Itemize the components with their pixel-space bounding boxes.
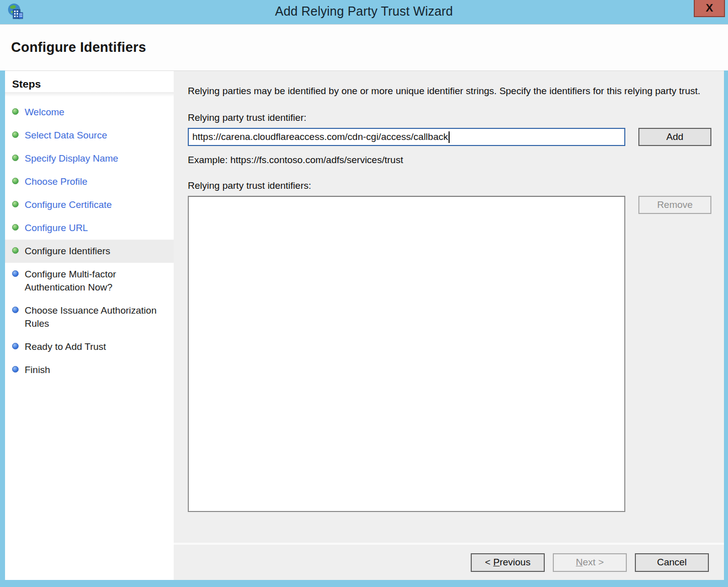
intro-text: Relying parties may be identified by one… (188, 84, 706, 98)
step-pending-icon (12, 307, 19, 313)
identifier-input[interactable]: https://carena.cloudflareaccess.com/cdn-… (188, 128, 625, 146)
step-done-icon (12, 108, 19, 115)
add-button[interactable]: Add (638, 128, 711, 146)
step-pending-icon (12, 343, 19, 349)
step-pending-icon (12, 270, 19, 277)
steps-separator (5, 92, 174, 97)
content-row: Steps Welcome Select Data Source Specify… (5, 70, 724, 580)
step-done-icon (12, 178, 19, 184)
identifier-input-value: https://carena.cloudflareaccess.com/cdn-… (192, 131, 448, 142)
close-button[interactable]: X (694, 0, 725, 17)
step-done-icon (12, 224, 19, 231)
step-done-icon (12, 131, 19, 138)
step-ready-to-add-trust[interactable]: Ready to Add Trust (5, 335, 174, 358)
steps-heading: Steps (5, 76, 174, 92)
step-done-icon (12, 155, 19, 161)
window-title: Add Relying Party Trust Wizard (0, 4, 728, 19)
step-finish[interactable]: Finish (5, 358, 174, 382)
header-band: Configure Identifiers (0, 24, 728, 70)
step-configure-certificate[interactable]: Configure Certificate (5, 193, 174, 216)
identifiers-list-label: Relying party trust identifiers: (188, 180, 711, 191)
step-choose-issuance-rules[interactable]: Choose Issuance Authorization Rules (5, 299, 174, 335)
step-configure-identifiers[interactable]: Configure Identifiers (5, 240, 174, 263)
previous-button[interactable]: < Previous (471, 553, 545, 572)
titlebar: Add Relying Party Trust Wizard X (0, 0, 728, 24)
next-button[interactable]: Next > (553, 553, 627, 572)
example-text: Example: https://fs.contoso.com/adfs/ser… (188, 155, 711, 166)
wizard-window: Add Relying Party Trust Wizard X Configu… (0, 0, 728, 587)
step-configure-url[interactable]: Configure URL (5, 216, 174, 240)
window-bottom-border (0, 580, 728, 587)
steps-sidebar: Steps Welcome Select Data Source Specify… (5, 71, 174, 580)
identifiers-listbox[interactable] (188, 196, 625, 512)
step-welcome[interactable]: Welcome (5, 101, 174, 124)
step-specify-display-name[interactable]: Specify Display Name (5, 147, 174, 170)
step-current-icon (12, 247, 19, 254)
step-done-icon (12, 201, 19, 207)
close-icon: X (706, 2, 713, 14)
footer: < Previous Next > Cancel (174, 545, 724, 580)
page-title: Configure Identifiers (11, 40, 146, 55)
steps-list: Welcome Select Data Source Specify Displ… (5, 101, 174, 382)
step-pending-icon (12, 366, 19, 373)
identifier-label: Relying party trust identifier: (188, 112, 711, 123)
remove-button[interactable]: Remove (638, 196, 711, 214)
cancel-button[interactable]: Cancel (635, 553, 709, 572)
step-configure-mfa[interactable]: Configure Multi-factor Authentication No… (5, 263, 174, 299)
text-caret (449, 131, 450, 143)
main-panel: Relying parties may be identified by one… (174, 71, 724, 580)
step-choose-profile[interactable]: Choose Profile (5, 170, 174, 193)
step-select-data-source[interactable]: Select Data Source (5, 124, 174, 147)
